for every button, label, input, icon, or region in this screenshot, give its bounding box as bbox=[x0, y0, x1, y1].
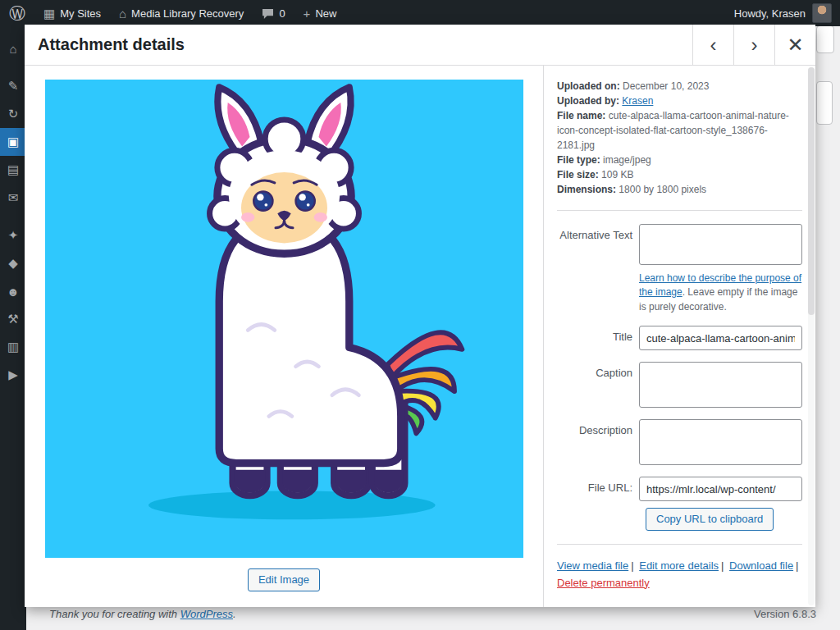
wordpress-link[interactable]: WordPress bbox=[180, 608, 233, 620]
site-name-label: Media Library Recovery bbox=[131, 7, 244, 20]
comment-bubble-icon bbox=[262, 8, 274, 19]
title-input[interactable] bbox=[639, 326, 802, 350]
download-file-link[interactable]: Download file bbox=[729, 559, 793, 572]
sidebar-item-updates[interactable]: ↻ bbox=[0, 100, 26, 128]
alpaca-cartoon-image bbox=[45, 80, 523, 558]
comments-menu[interactable]: 0 bbox=[253, 0, 294, 26]
uploaded-on-label: Uploaded on: bbox=[557, 80, 620, 92]
comments-count: 0 bbox=[279, 7, 285, 20]
file-type-value: image/jpeg bbox=[603, 154, 651, 166]
image-preview-pane: Edit Image bbox=[25, 66, 543, 607]
thanks-period: . bbox=[233, 608, 236, 620]
caption-input[interactable] bbox=[639, 362, 802, 408]
menu-separator bbox=[0, 62, 26, 72]
caption-row: Caption bbox=[557, 362, 802, 408]
my-sites-menu[interactable]: ▦ My Sites bbox=[34, 0, 110, 26]
description-row: Description bbox=[557, 419, 802, 465]
next-attachment-button[interactable]: › bbox=[733, 25, 774, 65]
alt-text-help: Learn how to describe the purpose of the… bbox=[639, 272, 802, 314]
title-control bbox=[639, 326, 802, 350]
title-row: Title bbox=[557, 326, 802, 350]
scrollbar-thumb[interactable] bbox=[808, 67, 815, 315]
sidebar-item-posts[interactable]: ✎ bbox=[0, 72, 26, 100]
tools-icon: ⚒ bbox=[7, 312, 18, 326]
description-control bbox=[639, 419, 802, 465]
attachment-actions: View media file| Edit more details| Down… bbox=[557, 558, 802, 592]
uploaded-by-link[interactable]: Krasen bbox=[622, 95, 653, 107]
sidebar-item-dashboard[interactable]: ⌂ bbox=[0, 34, 26, 62]
spacer bbox=[557, 508, 646, 531]
sidebar-item-settings[interactable]: ▥ bbox=[0, 333, 26, 361]
admin-bar: Ⓦ ▦ My Sites ⌂ Media Library Recovery 0 … bbox=[0, 0, 840, 26]
pages-icon: ▤ bbox=[7, 162, 19, 177]
details-scrollbar[interactable] bbox=[808, 67, 815, 605]
separator: | bbox=[793, 559, 801, 572]
users-icon: ☻ bbox=[7, 285, 20, 299]
wordpress-logo-menu[interactable]: Ⓦ bbox=[0, 0, 34, 26]
caption-label: Caption bbox=[557, 362, 639, 408]
site-name-menu[interactable]: ⌂ Media Library Recovery bbox=[110, 0, 253, 26]
file-size-value: 109 KB bbox=[601, 169, 633, 180]
menu-separator bbox=[0, 212, 26, 221]
title-label: Title bbox=[557, 326, 639, 350]
file-name-label: File name: bbox=[557, 110, 605, 121]
posts-pin-icon: ✎ bbox=[8, 79, 19, 94]
copy-url-button[interactable]: Copy URL to clipboard bbox=[646, 508, 774, 531]
sidebar-item-collapse[interactable]: ▶ bbox=[0, 361, 26, 389]
background-page-box bbox=[816, 25, 834, 53]
view-media-file-link[interactable]: View media file bbox=[557, 559, 628, 572]
chevron-right-icon: › bbox=[751, 34, 758, 57]
attachment-image-preview bbox=[45, 80, 523, 558]
close-modal-button[interactable]: ✕ bbox=[774, 25, 815, 65]
file-url-control bbox=[639, 477, 802, 501]
admin-bar-left: Ⓦ ▦ My Sites ⌂ Media Library Recovery 0 … bbox=[0, 0, 345, 26]
delete-permanently-link[interactable]: Delete permanently bbox=[557, 577, 650, 589]
settings-icon: ▥ bbox=[7, 340, 19, 354]
chevron-left-icon: ‹ bbox=[710, 34, 717, 57]
comments-icon: ✉ bbox=[8, 190, 19, 205]
uploaded-by-label: Uploaded by: bbox=[557, 95, 619, 107]
file-size-label: File size: bbox=[557, 169, 599, 180]
copy-url-row: Copy URL to clipboard bbox=[557, 508, 802, 531]
previous-attachment-button[interactable]: ‹ bbox=[692, 25, 733, 65]
dashboard-icon: ⌂ bbox=[9, 42, 16, 56]
attachment-details-modal: Attachment details ‹ › ✕ bbox=[25, 25, 815, 607]
new-content-menu[interactable]: + New bbox=[294, 0, 346, 26]
description-input[interactable] bbox=[639, 419, 802, 465]
attachment-details-pane: Uploaded on: December 10, 2023 Uploaded … bbox=[543, 66, 815, 607]
edit-more-details-link[interactable]: Edit more details bbox=[639, 559, 719, 572]
background-page-box bbox=[816, 81, 833, 125]
edit-image-button[interactable]: Edit Image bbox=[248, 568, 320, 591]
close-icon: ✕ bbox=[787, 34, 803, 57]
file-url-row: File URL: bbox=[557, 477, 802, 501]
footer-version: Version 6.8.3 bbox=[754, 608, 816, 620]
sidebar-item-tools[interactable]: ⚒ bbox=[0, 305, 26, 333]
divider bbox=[557, 210, 802, 211]
sidebar-item-users[interactable]: ☻ bbox=[0, 277, 26, 305]
my-sites-label: My Sites bbox=[60, 7, 101, 20]
alt-text-label: Alternative Text bbox=[557, 224, 639, 314]
avatar bbox=[812, 3, 832, 23]
sidebar-item-marketing[interactable]: ◆ bbox=[0, 249, 26, 277]
sidebar-item-pages[interactable]: ▤ bbox=[0, 156, 26, 184]
description-label: Description bbox=[557, 419, 639, 465]
dimensions-label: Dimensions: bbox=[557, 184, 616, 195]
my-sites-icon: ▦ bbox=[43, 7, 55, 20]
file-url-input[interactable] bbox=[639, 477, 802, 501]
modal-header: Attachment details ‹ › ✕ bbox=[25, 25, 815, 66]
alt-text-control: Learn how to describe the purpose of the… bbox=[639, 224, 802, 314]
thanks-text: Thank you for creating with bbox=[49, 608, 180, 620]
file-type-label: File type: bbox=[557, 154, 600, 166]
caption-control bbox=[639, 362, 802, 408]
howdy-label: Howdy, Krasen bbox=[734, 7, 806, 20]
sidebar-item-plugins[interactable]: ✦ bbox=[0, 221, 26, 249]
sidebar-item-media[interactable]: ▣ bbox=[0, 128, 26, 156]
separator: | bbox=[719, 559, 726, 572]
updates-icon: ↻ bbox=[8, 107, 19, 121]
admin-bar-account[interactable]: Howdy, Krasen bbox=[726, 0, 840, 26]
edit-image-row: Edit Image bbox=[248, 568, 320, 591]
divider bbox=[557, 544, 802, 545]
sidebar-item-comments[interactable]: ✉ bbox=[0, 184, 26, 212]
attachment-meta: Uploaded on: December 10, 2023 Uploaded … bbox=[557, 79, 802, 197]
alt-text-input[interactable] bbox=[639, 224, 802, 265]
